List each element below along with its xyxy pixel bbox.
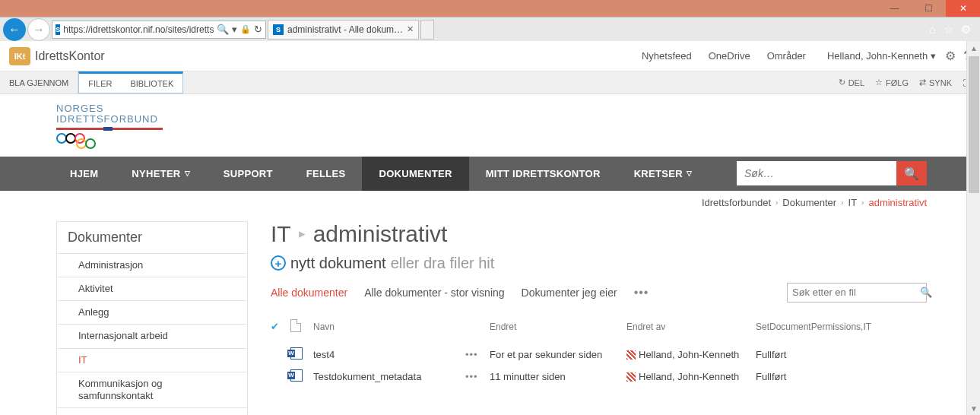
- col-type-icon[interactable]: [290, 319, 313, 334]
- forward-button[interactable]: →: [27, 18, 50, 41]
- search-icon[interactable]: 🔍: [920, 287, 932, 298]
- col-modified-by[interactable]: Endret av: [626, 322, 756, 332]
- maximize-button[interactable]: [912, 0, 946, 17]
- plus-circle-icon[interactable]: +: [271, 255, 286, 271]
- browser-toolbar-right: ⌂ ☆ ⚙: [929, 23, 977, 36]
- cell-modified: 11 minutter siden: [490, 371, 626, 382]
- nav-mitt-idrettskontor[interactable]: MITT IDRETTSKONTOR: [469, 157, 617, 191]
- org-line2: IDRETTSFORBUND: [56, 114, 980, 125]
- share-action[interactable]: ↻DEL: [839, 78, 864, 87]
- site-brand[interactable]: IKt IdrettsKontor: [9, 47, 105, 65]
- suite-link-sites[interactable]: Områder: [767, 50, 806, 62]
- address-bar[interactable]: S https://idrettskontor.nif.no/sites/idr…: [52, 21, 266, 39]
- tools-icon[interactable]: ⚙: [961, 23, 971, 36]
- search-input[interactable]: [737, 161, 896, 185]
- nav-kretser[interactable]: KRETSER▽: [617, 157, 709, 191]
- search-button[interactable]: 🔍: [896, 161, 927, 185]
- view-mine[interactable]: Dokumenter jeg eier: [522, 287, 617, 299]
- left-nav-item[interactable]: Administrasjon: [57, 253, 247, 277]
- left-nav-header: Dokumenter: [57, 222, 247, 253]
- search-icon: 🔍: [904, 166, 919, 181]
- scroll-thumb[interactable]: [969, 56, 979, 193]
- back-button[interactable]: ←: [3, 18, 26, 41]
- nav-support[interactable]: SUPPORT: [207, 157, 290, 191]
- select-all-icon[interactable]: ✔: [271, 321, 290, 332]
- main-nav: HJEM NYHETER▽ SUPPORT FELLES DOKUMENTER …: [0, 157, 980, 191]
- suite-link-onedrive[interactable]: OneDrive: [709, 50, 750, 62]
- scroll-down-icon[interactable]: ▼: [967, 401, 980, 415]
- nav-dokumenter[interactable]: DOKUMENTER: [362, 157, 468, 191]
- suite-links: Nyhetsfeed OneDrive Områder: [642, 50, 806, 62]
- home-icon[interactable]: ⌂: [929, 23, 936, 36]
- org-logo[interactable]: NORGES IDRETTSFORBUND: [56, 103, 980, 149]
- suite-link-newsfeed[interactable]: Nyhetsfeed: [642, 50, 692, 62]
- suite-bar: IKt IdrettsKontor Nyhetsfeed OneDrive Om…: [0, 41, 980, 71]
- left-nav-item[interactable]: Aktivitet: [57, 277, 247, 300]
- breadcrumb-item[interactable]: IT: [848, 197, 858, 208]
- col-name[interactable]: Navn: [313, 322, 465, 332]
- close-button[interactable]: [946, 0, 980, 17]
- left-nav-item-it[interactable]: IT: [57, 348, 247, 372]
- nav-nyheter[interactable]: NYHETER▽: [115, 157, 207, 191]
- table-row[interactable]: test4 ••• For et par sekunder siden Hell…: [271, 344, 927, 366]
- breadcrumb-item[interactable]: Dokumenter: [782, 197, 836, 208]
- org-line1: NORGES: [56, 103, 980, 114]
- view-large[interactable]: Alle dokumenter - stor visning: [364, 287, 504, 299]
- ribbon-browse-tab[interactable]: BLA GJENNOM: [0, 71, 78, 93]
- olympic-rings-icon: [56, 133, 980, 149]
- breadcrumb-item[interactable]: Idrettsforbundet: [702, 197, 771, 208]
- sharepoint-icon: S: [56, 24, 60, 35]
- word-doc-icon: [290, 347, 313, 362]
- cell-permissions: Fullført: [756, 371, 927, 382]
- col-permissions[interactable]: SetDocumentPermissions,IT: [756, 322, 927, 332]
- ribbon-actions: ↻DEL ☆FØLG ⇄SYNK ⛶: [839, 71, 980, 93]
- view-selector: Alle dokumenter Alle dokumenter - stor v…: [271, 283, 927, 303]
- scroll-up-icon[interactable]: ▲: [967, 41, 980, 55]
- minimize-button[interactable]: [877, 0, 912, 17]
- tab-close-icon[interactable]: ✕: [407, 24, 414, 34]
- new-tab-button[interactable]: [420, 20, 434, 40]
- row-menu-icon[interactable]: •••: [465, 371, 490, 382]
- user-menu[interactable]: Helland, John-Kenneth ▾: [827, 50, 936, 62]
- cell-name[interactable]: test4: [313, 349, 465, 360]
- follow-action[interactable]: ☆FØLG: [875, 78, 909, 87]
- left-nav-item[interactable]: Kompetanse: [57, 407, 247, 415]
- sync-action[interactable]: ⇄SYNK: [919, 78, 952, 87]
- cell-name[interactable]: Testdokument_metadata: [313, 371, 465, 382]
- vertical-scrollbar[interactable]: ▲ ▼: [966, 41, 980, 415]
- refresh-icon[interactable]: ↻: [254, 24, 262, 35]
- left-nav-item[interactable]: Internasjonalt arbeid: [57, 324, 247, 347]
- browser-tab[interactable]: S administrativt - Alle dokum… ✕: [268, 20, 419, 40]
- nav-felles[interactable]: FELLES: [290, 157, 363, 191]
- left-nav-item[interactable]: Anlegg: [57, 300, 247, 324]
- ribbon-active-tabs: FILER BIBLIOTEK: [78, 71, 183, 93]
- left-nav-item[interactable]: Kommunikasjon og samfunnskontakt: [57, 372, 247, 408]
- sync-icon: ⇄: [919, 78, 926, 87]
- cell-modified: For et par sekunder siden: [490, 349, 626, 360]
- new-document-link[interactable]: nytt dokument: [290, 255, 386, 272]
- tab-title: administrativt - Alle dokum…: [287, 24, 403, 35]
- chevron-right-icon: ▸: [299, 226, 306, 242]
- cell-modified-by[interactable]: Helland, John-Kenneth: [626, 349, 756, 360]
- nav-hjem[interactable]: HJEM: [53, 157, 115, 191]
- table-header: ✔ Navn Endret Endret av SetDocumentPermi…: [271, 319, 927, 334]
- ribbon-tab-library[interactable]: BIBLIOTEK: [121, 79, 182, 88]
- cell-modified-by[interactable]: Helland, John-Kenneth: [626, 371, 756, 382]
- title-parent[interactable]: IT: [271, 221, 291, 247]
- brand-logo-icon: IKt: [9, 47, 30, 65]
- file-search-input[interactable]: [792, 287, 920, 298]
- col-modified[interactable]: Endret: [490, 322, 626, 332]
- more-views-icon[interactable]: •••: [634, 286, 649, 299]
- org-bar-icon: [56, 128, 163, 130]
- table-row[interactable]: Testdokument_metadata ••• 11 minutter si…: [271, 366, 927, 388]
- title-current: administrativt: [313, 221, 448, 247]
- ribbon: BLA GJENNOM FILER BIBLIOTEK ↻DEL ☆FØLG ⇄…: [0, 71, 980, 94]
- ribbon-tab-files[interactable]: FILER: [79, 79, 121, 88]
- row-menu-icon[interactable]: •••: [465, 349, 490, 360]
- gear-icon[interactable]: ⚙: [945, 49, 956, 63]
- view-all[interactable]: Alle dokumenter: [271, 287, 347, 299]
- window-titlebar: [0, 0, 980, 17]
- favorites-icon[interactable]: ☆: [944, 23, 953, 36]
- search-glyph-icon: 🔍 ▾: [217, 24, 237, 35]
- document-table: ✔ Navn Endret Endret av SetDocumentPermi…: [271, 319, 927, 388]
